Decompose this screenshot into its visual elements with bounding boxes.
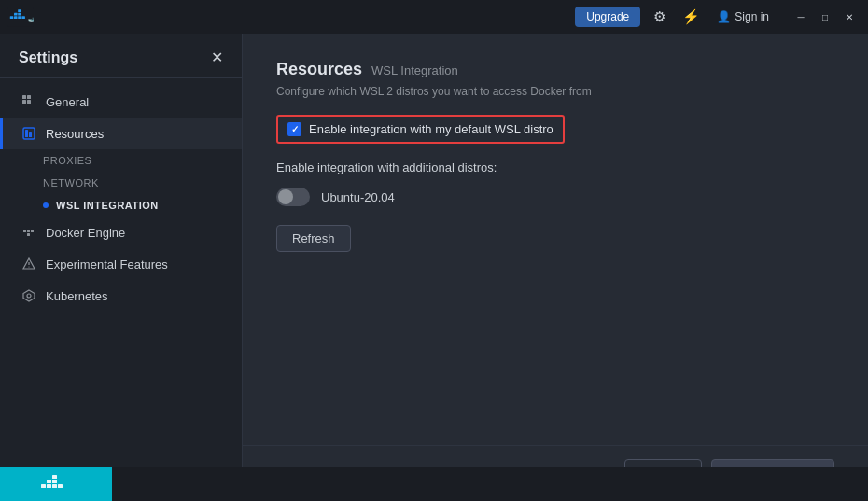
user-icon: 👤 [717, 10, 731, 23]
svg-rect-2 [14, 16, 18, 19]
svg-rect-16 [23, 230, 26, 232]
sidebar-nav: General Resources PROXIES NETWORK W [0, 78, 242, 501]
ubuntu-label: Ubuntu-20.04 [321, 190, 395, 204]
sidebar-item-resources[interactable]: Resources [0, 118, 242, 149]
svg-rect-14 [25, 130, 28, 137]
ubuntu-toggle[interactable] [276, 188, 310, 206]
svg-rect-30 [52, 480, 57, 483]
svg-rect-7 [18, 9, 21, 12]
kubernetes-label: Kubernetes [46, 289, 108, 303]
sidebar-item-docker-engine[interactable]: Docker Engine [0, 216, 242, 248]
wsl-integration-label: WSL INTEGRATION [56, 200, 159, 211]
svg-rect-29 [47, 480, 51, 483]
titlebar: 🐋 Upgrade ⚙ ⚡ 👤 Sign in ─ □ ✕ [0, 0, 868, 34]
sidebar-item-proxies[interactable]: PROXIES [43, 149, 242, 172]
svg-point-24 [27, 294, 31, 298]
sign-in-button[interactable]: 👤 Sign in [709, 7, 777, 27]
upgrade-button[interactable]: Upgrade [575, 7, 640, 27]
experimental-label: Experimental Features [46, 257, 168, 271]
svg-rect-6 [18, 13, 21, 16]
sidebar-header: Settings ✕ [0, 34, 242, 78]
taskbar [0, 467, 868, 501]
svg-rect-27 [52, 484, 57, 488]
resources-page-title: Resources [276, 60, 362, 79]
sidebar-item-experimental[interactable]: Experimental Features [0, 248, 242, 280]
svg-rect-25 [41, 484, 46, 488]
sidebar-item-general[interactable]: General [0, 86, 242, 118]
taskbar-whale-icon[interactable] [0, 467, 112, 501]
resources-icon [21, 126, 36, 141]
lightning-icon: ⚡ [682, 8, 700, 25]
general-label: General [46, 95, 89, 109]
active-bullet [43, 202, 49, 208]
proxies-label: PROXIES [43, 155, 91, 166]
docker-logo-icon: 🐋 [7, 7, 34, 27]
content-description: Configure which WSL 2 distros you want t… [276, 85, 834, 98]
ubuntu-toggle-row: Ubuntu-20.04 [276, 188, 834, 206]
svg-rect-9 [22, 95, 26, 99]
sidebar-item-kubernetes[interactable]: Kubernetes [0, 280, 242, 312]
content-title: Resources WSL Integration [276, 60, 834, 79]
svg-rect-10 [27, 95, 31, 99]
titlebar-left: 🐋 [7, 7, 34, 27]
default-wsl-distro-label: Enable integration with my default WSL d… [309, 122, 553, 136]
kubernetes-icon [21, 288, 36, 303]
resources-sub-items: PROXIES NETWORK WSL INTEGRATION [0, 149, 242, 216]
minimize-button[interactable]: ─ [790, 7, 812, 26]
sidebar: Settings ✕ General Resources PROXIE [0, 34, 243, 501]
content-area: Resources WSL Integration Configure whic… [243, 34, 868, 501]
titlebar-right: Upgrade ⚙ ⚡ 👤 Sign in ─ □ ✕ [575, 4, 861, 30]
close-button[interactable]: ✕ [838, 7, 861, 26]
resources-label: Resources [46, 127, 104, 141]
experimental-icon [21, 257, 36, 271]
svg-rect-19 [27, 233, 30, 236]
sign-in-label: Sign in [735, 10, 769, 23]
settings-title: Settings [19, 49, 77, 66]
svg-rect-15 [29, 132, 32, 137]
refresh-button[interactable]: Refresh [276, 225, 351, 252]
svg-rect-26 [47, 484, 51, 488]
default-wsl-distro-section: Enable integration with my default WSL d… [276, 115, 565, 144]
gear-icon: ⚙ [653, 8, 665, 25]
docker-engine-icon [21, 225, 36, 240]
svg-rect-3 [18, 16, 21, 19]
content-body: Resources WSL Integration Configure whic… [243, 34, 868, 445]
settings-icon-button[interactable]: ⚙ [646, 4, 672, 30]
svg-rect-4 [21, 16, 25, 19]
network-label: NETWORK [43, 177, 99, 188]
svg-point-22 [28, 266, 29, 267]
svg-rect-18 [31, 230, 34, 232]
svg-rect-17 [27, 230, 30, 232]
svg-rect-11 [22, 100, 26, 104]
svg-rect-28 [58, 484, 63, 488]
whale-svg [37, 471, 75, 497]
wsl-integration-subtitle: WSL Integration [371, 63, 458, 77]
sidebar-item-network[interactable]: NETWORK [43, 172, 242, 194]
svg-marker-23 [23, 290, 35, 301]
default-wsl-distro-checkbox[interactable] [287, 122, 301, 136]
docker-engine-label: Docker Engine [46, 226, 125, 240]
svg-rect-5 [14, 13, 18, 16]
docker-logo: 🐋 [7, 7, 34, 27]
svg-rect-31 [52, 475, 57, 479]
general-icon [21, 94, 36, 109]
lightning-icon-button[interactable]: ⚡ [678, 4, 704, 30]
sidebar-item-wsl-integration[interactable]: WSL INTEGRATION [43, 194, 242, 216]
svg-text:🐋: 🐋 [28, 16, 34, 23]
main-container: Settings ✕ General Resources PROXIE [0, 34, 868, 501]
svg-rect-1 [10, 16, 14, 19]
additional-distros-label: Enable integration with additional distr… [276, 160, 834, 174]
window-controls: ─ □ ✕ [790, 7, 861, 26]
svg-rect-12 [27, 100, 31, 104]
maximize-button[interactable]: □ [814, 7, 836, 26]
close-settings-button[interactable]: ✕ [211, 49, 223, 66]
